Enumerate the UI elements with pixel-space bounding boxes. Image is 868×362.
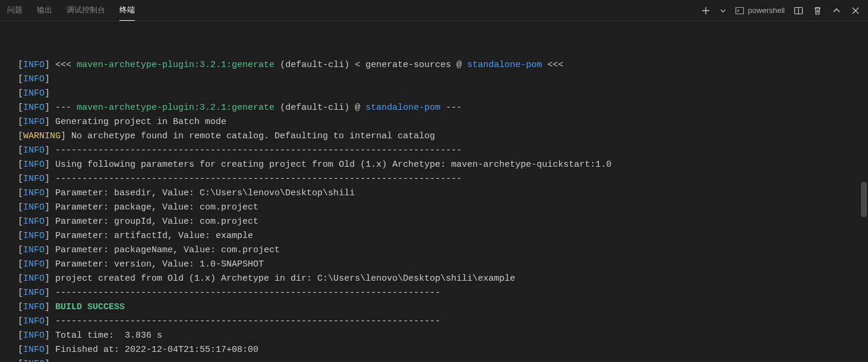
log-line: [INFO] ---------------------------------…: [18, 357, 856, 362]
panel-actions: powershell: [700, 5, 861, 16]
log-line: [INFO] ---------------------------------…: [18, 172, 856, 186]
log-line: [INFO]: [18, 87, 856, 101]
log-line: [INFO] Parameter: artifactId, Value: exa…: [18, 229, 856, 243]
log-line: [INFO] --- maven-archetype-plugin:3.2.1:…: [18, 101, 856, 115]
tab-output[interactable]: 输出: [37, 0, 52, 21]
log-line: [INFO] <<< maven-archetype-plugin:3.2.1:…: [18, 58, 856, 72]
close-panel-icon[interactable]: [850, 5, 861, 16]
terminal-profile-button[interactable]: powershell: [735, 6, 785, 15]
log-line: [INFO] Parameter: package, Value: com.pr…: [18, 201, 856, 215]
terminal-output[interactable]: [INFO] <<< maven-archetype-plugin:3.2.1:…: [0, 21, 868, 362]
log-line: [INFO] BUILD SUCCESS: [18, 300, 856, 315]
panel-tabs: 问题 输出 调试控制台 终端: [7, 0, 135, 21]
split-terminal-icon[interactable]: [793, 5, 804, 16]
log-line: [INFO] ---------------------------------…: [18, 144, 856, 158]
log-line: [INFO] Parameter: version, Value: 1.0-SN…: [18, 258, 856, 272]
log-line: [INFO] Generating project in Batch mode: [18, 115, 856, 129]
chevron-down-icon[interactable]: [719, 5, 727, 16]
log-line: [INFO] Parameter: basedir, Value: C:\Use…: [18, 186, 856, 201]
svg-rect-0: [736, 7, 743, 14]
panel-header: 问题 输出 调试控制台 终端 powershell: [0, 0, 868, 21]
shell-name: powershell: [748, 6, 785, 15]
log-line: [INFO] ---------------------------------…: [18, 315, 856, 329]
tab-debug[interactable]: 调试控制台: [67, 0, 105, 21]
log-line: [INFO] Total time: 3.836 s: [18, 329, 856, 343]
log-line: [WARNING] No archetype found in remote c…: [18, 129, 856, 144]
tab-terminal[interactable]: 终端: [119, 0, 135, 21]
log-line: [INFO] project created from Old (1.x) Ar…: [18, 272, 856, 286]
log-line: [INFO] Parameter: groupId, Value: com.pr…: [18, 215, 856, 229]
tab-problems[interactable]: 问题: [7, 0, 23, 21]
kill-terminal-icon[interactable]: [812, 5, 823, 16]
log-line: [INFO] Parameter: packageName, Value: co…: [18, 243, 856, 258]
log-line: [INFO] Finished at: 2022-12-04T21:55:17+…: [18, 343, 856, 357]
new-terminal-icon[interactable]: [700, 5, 711, 16]
maximize-panel-icon[interactable]: [831, 5, 842, 16]
log-line: [INFO]: [18, 72, 856, 87]
log-line: [INFO] ---------------------------------…: [18, 286, 856, 300]
log-line: [INFO] Using following parameters for cr…: [18, 158, 856, 172]
scrollbar-thumb[interactable]: [861, 182, 867, 217]
